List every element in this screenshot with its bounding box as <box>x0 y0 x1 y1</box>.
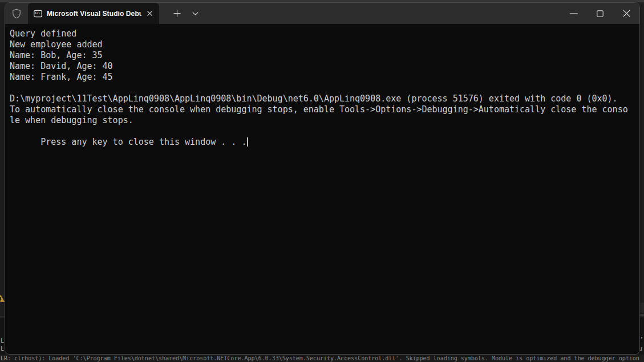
terminal-line: Press any key to close this window . . . <box>10 126 639 158</box>
terminal-line: Query defined <box>10 29 639 39</box>
terminal-line: New employee added <box>10 39 639 50</box>
tab-debug-console[interactable]: C:\ Microsoft Visual Studio Debug <box>28 3 159 24</box>
maximize-button[interactable] <box>587 3 613 24</box>
tab-title: Microsoft Visual Studio Debug <box>47 10 141 18</box>
background-debug-output-window[interactable]: LR: clrhost): Loaded 'C:\Program Files\d… <box>0 355 644 362</box>
terminal-line: le when debugging stops. <box>10 115 639 126</box>
terminal-line <box>10 83 639 93</box>
background-text-fragment: L <box>1 337 4 344</box>
terminal-line: D:\myproject\11Test\AppLinq0908\AppLinq0… <box>10 93 639 104</box>
tab-close-button[interactable] <box>143 7 157 21</box>
terminal-line: Name: Bob, Age: 35 <box>10 50 639 61</box>
close-button[interactable] <box>613 3 639 24</box>
terminal-line: Name: Frank, Age: 45 <box>10 72 639 83</box>
background-window-fragment <box>639 303 644 312</box>
debug-output-line: LR: clrhost): Loaded 'C:\Program Files\d… <box>0 355 644 362</box>
terminal-line-text: Press any key to close this window . . . <box>40 137 246 147</box>
background-window-fragment <box>639 314 644 316</box>
titlebar[interactable]: C:\ Microsoft Visual Studio Debug <box>5 3 639 24</box>
chevron-down-icon[interactable] <box>187 3 204 24</box>
svg-text:C:\: C:\ <box>35 11 40 14</box>
background-text-fragment: , <box>640 333 643 339</box>
titlebar-drag-area[interactable] <box>204 3 561 24</box>
terminal-window: C:\ Microsoft Visual Studio Debug <box>5 2 640 355</box>
background-text-fragment: L <box>1 345 4 352</box>
command-prompt-icon: C:\ <box>34 10 42 18</box>
text-cursor <box>247 137 248 147</box>
terminal-line: To automatically close the console when … <box>10 104 639 115</box>
minimize-button[interactable] <box>561 3 587 24</box>
shield-icon <box>5 3 28 24</box>
terminal-output[interactable]: Query defined New employee added Name: B… <box>5 24 639 355</box>
new-tab-button[interactable] <box>168 3 185 24</box>
terminal-line: Name: David, Age: 40 <box>10 61 639 72</box>
